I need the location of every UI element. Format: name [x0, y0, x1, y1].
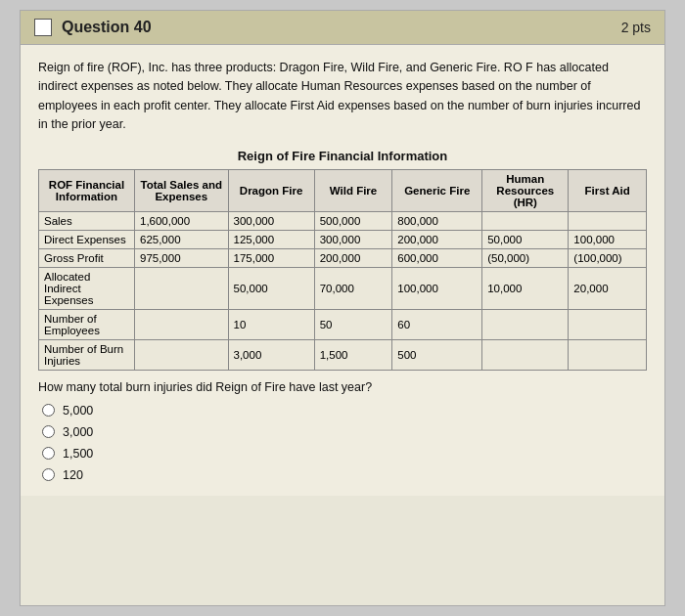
table-cell: 60	[392, 309, 482, 339]
radio-circle-icon	[42, 468, 55, 481]
table-row: Direct Expenses625,000125,000300,000200,…	[39, 230, 647, 248]
radio-circle-icon	[42, 404, 55, 417]
radio-item[interactable]: 1,500	[42, 447, 647, 461]
radio-circle-icon	[42, 425, 55, 438]
sub-question: How many total burn injuries did Reign o…	[38, 380, 647, 394]
table-cell: (100,000)	[569, 248, 647, 267]
table-title: Reign of Fire Financial Information	[38, 149, 647, 163]
table-cell: Sales	[39, 211, 135, 230]
page-container: Question 40 2 pts Reign of fire (ROF), I…	[20, 10, 665, 606]
checkbox-icon	[34, 19, 52, 36]
col-header-dragon: Dragon Fire	[228, 169, 314, 211]
table-cell: 175,000	[228, 248, 314, 267]
radio-label: 5,000	[63, 404, 93, 418]
table-cell: 200,000	[392, 230, 482, 248]
table-cell	[569, 339, 647, 370]
table-cell	[134, 339, 228, 370]
table-cell: 70,000	[314, 267, 392, 309]
radio-circle-icon	[42, 447, 55, 460]
financial-table: ROF Financial Information Total Sales an…	[38, 169, 647, 371]
table-header-row: ROF Financial Information Total Sales an…	[39, 169, 647, 211]
table-cell: 10	[228, 309, 314, 339]
table-cell: 50,000	[482, 230, 569, 248]
table-cell	[134, 267, 228, 309]
col-header-generic: Generic Fire	[392, 169, 482, 211]
col-header-total: Total Sales and Expenses	[134, 169, 228, 211]
table-cell: 800,000	[392, 211, 482, 230]
table-cell: 3,000	[228, 339, 314, 370]
table-cell: 300,000	[228, 211, 314, 230]
question-text: Reign of fire (ROF), Inc. has three prod…	[38, 59, 647, 135]
table-cell: Direct Expenses	[39, 230, 135, 248]
table-cell: 975,000	[134, 248, 228, 267]
table-cell: Gross Profit	[39, 248, 135, 267]
table-cell: 500	[392, 339, 482, 370]
radio-label: 1,500	[63, 447, 93, 461]
table-cell	[134, 309, 228, 339]
radio-label: 3,000	[63, 425, 93, 439]
header-left: Question 40	[34, 19, 152, 36]
table-cell: 1,500	[314, 339, 392, 370]
table-cell: 20,000	[569, 267, 647, 309]
table-cell: 300,000	[314, 230, 392, 248]
question-title: Question 40	[62, 19, 152, 36]
table-cell: 625,000	[134, 230, 228, 248]
table-cell: Allocated Indirect Expenses	[39, 267, 135, 309]
radio-label: 120	[63, 468, 83, 482]
content-area: Reign of fire (ROF), Inc. has three prod…	[21, 45, 664, 496]
table-cell	[482, 309, 569, 339]
table-cell	[569, 211, 647, 230]
table-cell	[482, 339, 569, 370]
table-cell: 100,000	[569, 230, 647, 248]
radio-item[interactable]: 3,000	[42, 425, 647, 439]
question-header: Question 40 2 pts	[21, 11, 664, 45]
table-cell: 10,000	[482, 267, 569, 309]
table-cell: Number of Burn Injuries	[39, 339, 135, 370]
col-header-rof: ROF Financial Information	[39, 169, 135, 211]
radio-item[interactable]: 120	[42, 468, 647, 482]
table-cell: 125,000	[228, 230, 314, 248]
col-header-hr: Human Resources (HR)	[482, 169, 569, 211]
question-pts: 2 pts	[621, 20, 651, 35]
table-cell: 500,000	[314, 211, 392, 230]
table-row: Sales1,600,000300,000500,000800,000	[39, 211, 647, 230]
table-cell: 50	[314, 309, 392, 339]
col-header-firstaid: First Aid	[569, 169, 647, 211]
table-cell: 1,600,000	[134, 211, 228, 230]
table-cell	[482, 211, 569, 230]
table-cell: 200,000	[314, 248, 392, 267]
table-cell: Number of Employees	[39, 309, 135, 339]
table-cell: (50,000)	[482, 248, 569, 267]
table-row: Allocated Indirect Expenses50,00070,0001…	[39, 267, 647, 309]
col-header-wild: Wild Fire	[314, 169, 392, 211]
table-row: Gross Profit975,000175,000200,000600,000…	[39, 248, 647, 267]
table-row: Number of Employees105060	[39, 309, 647, 339]
table-cell: 100,000	[392, 267, 482, 309]
radio-item[interactable]: 5,000	[42, 404, 647, 418]
table-row: Number of Burn Injuries3,0001,500500	[39, 339, 647, 370]
table-cell: 50,000	[228, 267, 314, 309]
table-cell: 600,000	[392, 248, 482, 267]
radio-options: 5,0003,0001,500120	[42, 404, 647, 482]
table-cell	[569, 309, 647, 339]
